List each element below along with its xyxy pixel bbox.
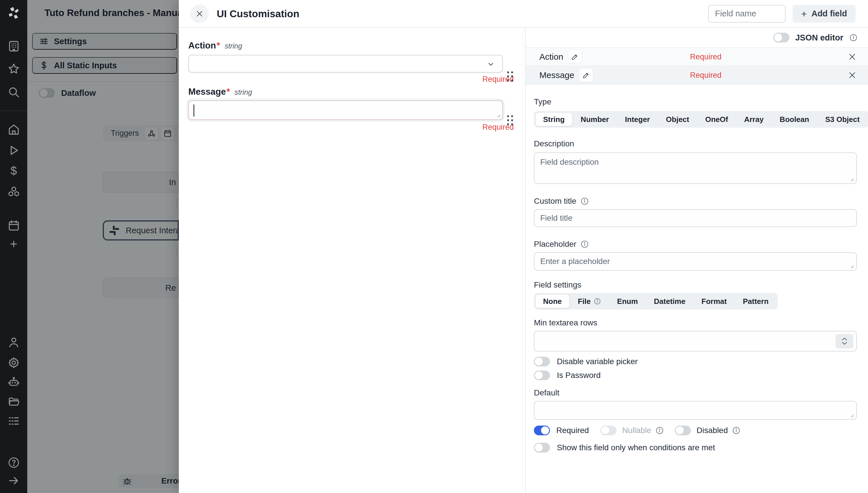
type-option-string[interactable]: String <box>536 113 572 126</box>
required-toggle[interactable] <box>534 426 550 435</box>
nullable-label: Nullable <box>622 426 651 435</box>
info-icon[interactable] <box>580 240 589 249</box>
field-row-message-status: Required <box>690 71 722 80</box>
field-settings-option-none[interactable]: None <box>536 295 569 308</box>
conditions-toggle-row: Show this field only when conditions are… <box>534 443 857 453</box>
resize-grip-icon[interactable] <box>849 412 854 418</box>
disabled-toggle[interactable] <box>675 426 691 435</box>
field-settings-segmented-control: None File Enum Datetime Format Pattern <box>534 293 778 309</box>
info-icon[interactable] <box>849 33 858 42</box>
add-field-button[interactable]: + Add field <box>792 5 856 23</box>
arrow-right-icon[interactable] <box>7 474 20 487</box>
info-icon[interactable] <box>732 426 741 435</box>
info-icon[interactable] <box>594 298 601 305</box>
building-icon[interactable] <box>7 39 20 53</box>
description-label: Description <box>534 139 857 148</box>
type-label: Type <box>534 97 857 106</box>
is-password-toggle[interactable] <box>534 370 550 380</box>
field-settings-option-file[interactable]: File <box>570 295 609 308</box>
number-stepper[interactable] <box>835 334 853 348</box>
search-icon[interactable] <box>7 85 20 99</box>
field-config-body: Type String Number Integer Object OneOf … <box>526 97 868 453</box>
close-modal-button[interactable] <box>190 5 209 23</box>
app-logo-icon[interactable] <box>6 6 21 21</box>
remove-field-icon[interactable] <box>848 52 856 61</box>
app: $ + Tuto Refund branch <box>0 0 868 493</box>
gear-icon[interactable] <box>7 356 20 369</box>
sidebar-divider <box>0 110 27 111</box>
robot-icon[interactable] <box>7 376 20 389</box>
resize-grip-icon[interactable] <box>849 176 854 182</box>
home-icon[interactable] <box>7 123 20 136</box>
plus-icon[interactable]: + <box>7 237 20 251</box>
resize-grip-icon[interactable] <box>495 112 501 118</box>
ui-customisation-modal: UI Customisation + Add field Action* str… <box>179 0 868 493</box>
blocks-icon[interactable] <box>7 185 20 198</box>
message-type-text: string <box>234 88 252 97</box>
type-option-array[interactable]: Array <box>737 113 771 126</box>
edit-field-button[interactable] <box>579 69 593 82</box>
pencil-icon <box>571 53 579 61</box>
dollar-icon[interactable]: $ <box>7 164 20 177</box>
disable-variable-picker-row: Disable variable picker <box>534 357 857 366</box>
type-option-number[interactable]: Number <box>573 113 616 126</box>
type-option-oneof[interactable]: OneOf <box>698 113 735 126</box>
action-drag-handle[interactable] <box>506 70 514 82</box>
field-row-message[interactable]: Message Required <box>526 66 868 85</box>
json-editor-toggle[interactable] <box>773 33 789 42</box>
info-icon[interactable] <box>655 426 664 435</box>
default-textarea[interactable] <box>534 401 857 420</box>
type-option-boolean[interactable]: Boolean <box>772 113 817 126</box>
plus-icon: + <box>801 9 807 19</box>
edit-field-button[interactable] <box>568 50 581 63</box>
user-icon[interactable] <box>7 336 20 349</box>
disable-variable-picker-toggle[interactable] <box>534 357 550 366</box>
type-option-s3object[interactable]: S3 Object <box>818 113 867 126</box>
action-type-text: string <box>225 42 242 50</box>
json-editor-label: JSON editor <box>795 33 843 42</box>
action-select[interactable] <box>188 55 503 72</box>
field-name-input[interactable] <box>708 5 786 23</box>
folder-icon[interactable] <box>7 395 20 408</box>
remove-field-icon[interactable] <box>848 71 856 80</box>
close-icon <box>195 10 204 18</box>
conditions-toggle[interactable] <box>534 443 550 453</box>
chevron-down-icon <box>841 342 848 345</box>
pencil-icon <box>583 71 590 79</box>
action-field-label: Action* string <box>188 40 525 51</box>
calendar-icon[interactable] <box>7 219 20 232</box>
required-label: Required <box>556 426 589 435</box>
message-textarea[interactable] <box>188 101 503 120</box>
list-icon[interactable] <box>7 414 20 428</box>
field-settings-option-format[interactable]: Format <box>694 295 734 308</box>
message-required-note: Required <box>188 123 514 132</box>
min-textarea-rows-label: Min textarea rows <box>534 318 857 327</box>
is-password-label: Is Password <box>557 371 601 380</box>
info-icon[interactable] <box>580 197 589 206</box>
description-textarea[interactable] <box>534 152 857 184</box>
message-label-text: Message <box>188 87 226 97</box>
type-option-object[interactable]: Object <box>658 113 697 126</box>
scrollbar-track[interactable] <box>523 28 523 493</box>
field-settings-label: Field settings <box>534 280 857 290</box>
field-inspector: JSON editor Action Required Message Requ… <box>526 28 868 493</box>
placeholder-textarea[interactable] <box>534 252 857 271</box>
type-option-integer[interactable]: Integer <box>617 113 657 126</box>
play-icon[interactable] <box>7 144 20 157</box>
resize-grip-icon[interactable] <box>849 263 854 269</box>
min-textarea-rows-input[interactable] <box>534 331 857 351</box>
star-icon[interactable] <box>7 62 20 76</box>
modal-backdrop[interactable] <box>27 0 179 493</box>
message-field-label: Message* string <box>188 87 525 97</box>
help-icon[interactable] <box>7 456 20 469</box>
modal-header-actions: + Add field <box>708 5 856 23</box>
add-field-label: Add field <box>811 9 847 18</box>
message-drag-handle[interactable] <box>506 114 514 126</box>
field-settings-option-enum[interactable]: Enum <box>610 295 645 308</box>
text-caret <box>193 104 194 116</box>
field-row-action[interactable]: Action Required <box>526 47 868 66</box>
field-settings-option-datetime[interactable]: Datetime <box>647 295 693 308</box>
field-settings-option-pattern[interactable]: Pattern <box>735 295 776 308</box>
custom-title-input[interactable] <box>534 209 857 227</box>
nullable-toggle[interactable] <box>600 426 617 435</box>
